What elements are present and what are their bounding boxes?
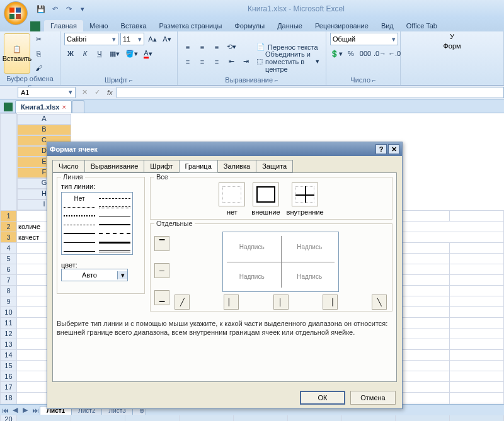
dlg-tab-font[interactable]: Шрифт — [144, 160, 179, 172]
row-header[interactable]: 16 — [1, 371, 17, 381]
office-button[interactable] — [4, 1, 28, 25]
dlg-tab-alignment[interactable]: Выравнивание — [84, 160, 145, 172]
indent-dec-icon[interactable]: ⇤ — [225, 55, 238, 68]
row-header[interactable]: 2 — [1, 221, 17, 232]
tab-page-layout[interactable]: Разметка страницы — [153, 20, 229, 31]
row-header[interactable]: 4 — [1, 242, 17, 253]
dec-decimal-icon[interactable]: ←.0 — [388, 47, 401, 60]
align-bottom-icon[interactable]: ≡ — [210, 41, 223, 53]
border-top-button[interactable]: ▔ — [154, 236, 169, 251]
border-right-button[interactable]: ▕ — [323, 295, 338, 310]
bold-button[interactable]: Ж — [64, 47, 77, 60]
tab-review[interactable]: Рецензирование — [309, 20, 375, 31]
font-color-icon[interactable]: A▾ — [142, 47, 154, 60]
fx-enter-icon[interactable]: ✓ — [91, 86, 103, 99]
col-header[interactable]: B — [17, 125, 71, 135]
line-style-list[interactable]: Нет — [61, 192, 133, 255]
format-painter-icon[interactable]: 🖌 — [32, 62, 45, 74]
qat-customize-icon[interactable]: ▾ — [77, 3, 88, 14]
row-header[interactable]: 18 — [1, 392, 17, 403]
fill-color-icon[interactable]: 🪣▾ — [123, 47, 140, 60]
border-preview[interactable]: Надпись Надпись Надпись Надпись — [222, 232, 339, 292]
inc-decimal-icon[interactable]: .0→ — [374, 47, 386, 60]
row-header[interactable]: 13 — [1, 339, 17, 349]
preset-outline-button[interactable] — [253, 182, 279, 206]
row-header[interactable]: 9 — [1, 296, 17, 306]
row-header[interactable]: 12 — [1, 328, 17, 339]
line-style-none[interactable]: Нет — [64, 194, 95, 202]
shrink-font-icon[interactable]: A▾ — [161, 33, 173, 45]
underline-button[interactable]: Ч — [93, 47, 106, 60]
align-center-icon[interactable]: ≡ — [196, 55, 209, 68]
help-icon[interactable]: ? — [375, 144, 387, 154]
merge-center-button[interactable]: ⬚ Объединить и поместить в центре ▾ — [254, 55, 322, 68]
currency-icon[interactable]: 💲▾ — [330, 47, 343, 60]
fx-icon[interactable]: fx — [103, 89, 117, 96]
row-header[interactable]: 10 — [1, 306, 17, 317]
align-top-icon[interactable]: ≡ — [181, 41, 194, 53]
font-name-combo[interactable]: ▾ — [64, 33, 118, 45]
dlg-tab-fill[interactable]: Заливка — [217, 160, 256, 172]
cut-icon[interactable]: ✂ — [32, 33, 45, 45]
align-left-icon[interactable]: ≡ — [181, 55, 194, 68]
first-sheet-icon[interactable]: ⏮ — [0, 407, 10, 414]
formula-input[interactable] — [117, 87, 504, 98]
border-vmid-button[interactable]: │ — [273, 295, 289, 310]
preset-inside-button[interactable] — [292, 182, 318, 206]
dlg-tab-number[interactable]: Число — [52, 160, 85, 172]
border-diag-down-button[interactable]: ╲ — [372, 295, 387, 310]
border-bottom-button[interactable]: ▁ — [154, 290, 169, 305]
border-icon[interactable]: ▦▾ — [108, 47, 122, 60]
fx-cancel-icon[interactable]: ✕ — [78, 86, 91, 99]
new-tab-button[interactable] — [72, 100, 84, 113]
paste-button[interactable]: 📋 Вставить — [4, 33, 30, 74]
border-hmid-button[interactable]: ─ — [154, 263, 169, 278]
preset-none-button[interactable] — [219, 182, 245, 206]
tab-view[interactable]: Вид — [375, 20, 400, 31]
row-header[interactable]: 7 — [1, 274, 17, 285]
col-header[interactable]: A — [17, 114, 71, 125]
row-header[interactable]: 5 — [1, 253, 17, 264]
prev-sheet-icon[interactable]: ◀ — [10, 406, 20, 414]
border-diag-up-button[interactable]: ╱ — [175, 295, 190, 310]
tab-home[interactable]: Главная — [44, 20, 83, 31]
name-box[interactable]: A1▾ — [18, 87, 76, 98]
percent-button[interactable]: % — [345, 47, 357, 60]
file-tab[interactable]: Книга1.xlsx × — [15, 100, 72, 113]
cancel-button[interactable]: Отмена — [350, 391, 396, 405]
dlg-tab-protection[interactable]: Защита — [256, 160, 293, 172]
select-all-corner[interactable] — [1, 114, 17, 211]
tab-menu[interactable]: Меню — [83, 20, 115, 31]
last-sheet-icon[interactable]: ⏭ — [30, 407, 40, 414]
ok-button[interactable]: ОК — [300, 391, 345, 405]
number-format-combo[interactable]: ▾ — [330, 33, 398, 45]
font-size-combo[interactable]: ▾ — [120, 33, 144, 45]
tab-insert[interactable]: Вставка — [115, 20, 153, 31]
next-sheet-icon[interactable]: ▶ — [20, 406, 30, 414]
undo-icon[interactable]: ↶ — [49, 3, 60, 14]
row-header[interactable]: 14 — [1, 349, 17, 360]
row-header[interactable]: 3 — [1, 232, 17, 242]
close-icon[interactable]: × — [62, 103, 66, 111]
indent-inc-icon[interactable]: ⇥ — [239, 55, 252, 68]
row-header[interactable]: 17 — [1, 381, 17, 392]
align-middle-icon[interactable]: ≡ — [196, 41, 209, 53]
dialog-title-bar[interactable]: Формат ячеек ? ✕ — [47, 142, 402, 156]
dlg-tab-border[interactable]: Граница — [179, 160, 218, 172]
align-right-icon[interactable]: ≡ — [210, 55, 223, 68]
tab-office-tab[interactable]: Office Tab — [400, 20, 444, 31]
tab-data[interactable]: Данные — [271, 20, 309, 31]
orientation-icon[interactable]: ⟲▾ — [225, 41, 238, 53]
comma-button[interactable]: 000 — [359, 47, 372, 60]
row-header[interactable]: 15 — [1, 360, 17, 371]
close-icon[interactable]: ✕ — [388, 144, 399, 154]
redo-icon[interactable]: ↷ — [63, 3, 74, 14]
row-header[interactable]: 8 — [1, 285, 17, 296]
row-header[interactable]: 6 — [1, 264, 17, 274]
tab-formulas[interactable]: Формулы — [228, 20, 271, 31]
italic-button[interactable]: К — [79, 47, 91, 60]
row-header[interactable]: 11 — [1, 317, 17, 328]
save-icon[interactable]: 💾 — [35, 3, 47, 14]
row-header[interactable]: 1 — [1, 210, 17, 221]
border-left-button[interactable]: ▏ — [224, 295, 239, 310]
